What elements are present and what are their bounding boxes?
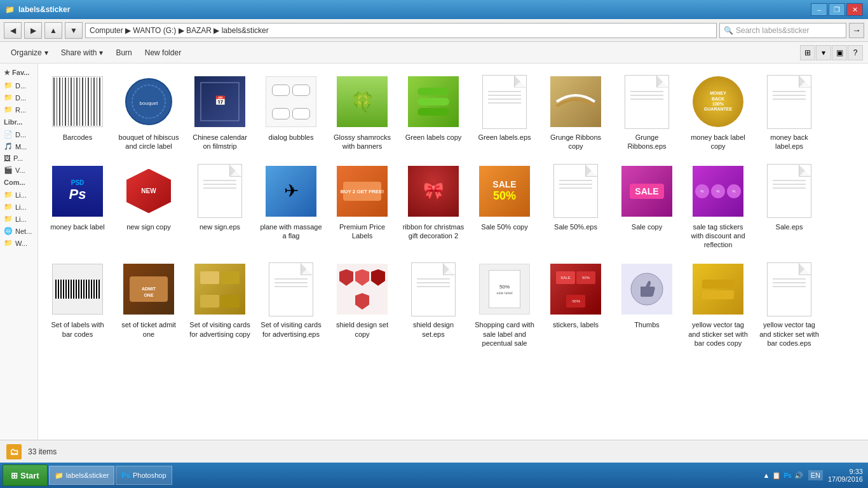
file-item-green-labels-copy[interactable]: Green labels copy bbox=[399, 69, 468, 156]
file-label-visiting-copy: Set of visiting cards for advertising co… bbox=[189, 320, 251, 339]
recent-button[interactable]: ▼ bbox=[65, 22, 83, 39]
taskbar-item-explorer-label: labels&sticker bbox=[66, 471, 109, 479]
view-options: ⊞ ▾ ▣ ? bbox=[800, 45, 863, 60]
view-large-icon[interactable]: ⊞ bbox=[800, 45, 815, 60]
file-label-shopping: Shopping card with sale label and pecent… bbox=[473, 320, 536, 348]
file-item-labels-barcodes[interactable]: Set of labels with bar codes bbox=[43, 256, 112, 352]
file-label-stickers: stickers, labels bbox=[553, 320, 599, 329]
clipboard-icon: 📋 bbox=[772, 471, 781, 480]
file-item-chinese[interactable]: 📅 Chinese calendar on filmstrip bbox=[186, 69, 254, 156]
arrow-up-icon[interactable]: ▲ bbox=[763, 471, 770, 479]
lang-badge[interactable]: EN bbox=[808, 470, 823, 480]
file-item-premium[interactable]: BUY 2 GET FREE! Premium Price Labels bbox=[328, 158, 397, 254]
sidebar-item-li1[interactable]: 📁Li... bbox=[0, 189, 37, 201]
sidebar-item-li3[interactable]: 📁Li... bbox=[0, 213, 37, 225]
file-item-newsign-eps[interactable]: new sign.eps bbox=[186, 158, 254, 254]
forward-button[interactable]: ▶ bbox=[24, 22, 42, 39]
start-icon: ⊞ bbox=[11, 471, 18, 480]
file-item-saletag[interactable]: % % % sale tag stickers with discount an… bbox=[684, 158, 752, 254]
file-label-shield-eps: shield design set.eps bbox=[402, 320, 465, 339]
file-item-visiting-copy[interactable]: Set of visiting cards for advertising co… bbox=[186, 256, 254, 352]
file-item-plane[interactable]: ✈ plane with massage a flag bbox=[257, 158, 325, 254]
file-thumb-grunge-ribbons-eps bbox=[618, 73, 675, 130]
svg-text:ADMIT: ADMIT bbox=[142, 287, 156, 291]
organize-dropdown-icon: ▾ bbox=[44, 48, 48, 57]
sidebar-item-docs[interactable]: 📄D... bbox=[0, 128, 37, 140]
help-button[interactable]: ? bbox=[848, 45, 863, 60]
sidebar-item-music[interactable]: 🎵M... bbox=[0, 140, 37, 152]
address-path-text: Computer ▶ WANTO (G:) ▶ BAZAR ▶ labels&s… bbox=[90, 26, 269, 35]
sidebar-item-video[interactable]: 🎬V... bbox=[0, 164, 37, 176]
file-item-barcodes[interactable]: Barcodes bbox=[43, 69, 112, 156]
file-label-green-labels-copy: Green labels copy bbox=[405, 133, 462, 142]
back-button[interactable]: ◀ bbox=[4, 22, 22, 39]
file-item-green-labels-eps[interactable]: Green labels.eps bbox=[470, 69, 539, 156]
file-thumb-thumbs bbox=[618, 261, 675, 318]
taskbar-item-explorer[interactable]: 📁 labels&sticker bbox=[49, 466, 115, 485]
close-button[interactable]: ✕ bbox=[846, 3, 863, 16]
file-item-sale50-eps[interactable]: Sale 50%.eps bbox=[541, 158, 610, 254]
file-item-moneyback-psd[interactable]: PSD Ps money back label bbox=[43, 158, 112, 254]
file-item-shield-eps[interactable]: shield design set.eps bbox=[399, 256, 468, 352]
speaker-icon[interactable]: 🔊 bbox=[794, 471, 803, 480]
file-item-shamrocks[interactable]: 🍀 Glossy shamrocks with banners bbox=[328, 69, 397, 156]
file-item-ribbon[interactable]: 🎀 ribbon for christmas gift decoration 2 bbox=[399, 158, 468, 254]
file-item-yellow-copy[interactable]: yellow vector tag and sticker set with b… bbox=[684, 256, 752, 352]
file-thumb-shopping: 50% sale label bbox=[476, 261, 533, 318]
address-path[interactable]: Computer ▶ WANTO (G:) ▶ BAZAR ▶ labels&s… bbox=[85, 23, 717, 38]
file-item-sale-copy[interactable]: SALE Sale copy bbox=[613, 158, 681, 254]
organize-button[interactable]: Organize ▾ bbox=[5, 44, 54, 61]
file-item-stickers[interactable]: SALE 50% -50% stickers, labels bbox=[541, 256, 610, 352]
file-item-moneyback-eps[interactable]: money back label.eps bbox=[755, 69, 824, 156]
file-label-plane: plane with massage a flag bbox=[260, 222, 322, 241]
preview-pane[interactable]: ▣ bbox=[832, 45, 847, 60]
file-label-visiting-eps: Set of visiting cards for advertising.ep… bbox=[260, 320, 322, 339]
sidebar-item-d1[interactable]: 📁D... bbox=[0, 79, 37, 92]
file-label-chinese: Chinese calendar on filmstrip bbox=[189, 133, 251, 151]
minimize-button[interactable]: – bbox=[811, 3, 827, 16]
burn-button[interactable]: Burn bbox=[110, 44, 137, 61]
file-thumb-visiting-eps bbox=[262, 261, 320, 318]
file-thumb-dialog bbox=[262, 73, 320, 130]
file-item-bouquet[interactable]: bouquet bouquet of hibiscus and circle l… bbox=[114, 69, 183, 156]
restore-button[interactable]: ❐ bbox=[829, 3, 845, 16]
taskbar-item-ps-label: Photoshop bbox=[133, 471, 166, 479]
file-item-dialog[interactable]: dialog bubbles bbox=[257, 69, 325, 156]
file-item-yellow-eps[interactable]: yellow vector tag and sticker set with b… bbox=[755, 256, 824, 352]
taskbar-item-ps[interactable]: Ps Photoshop bbox=[116, 466, 172, 485]
sidebar-item-li2[interactable]: 📁Li... bbox=[0, 201, 37, 213]
file-thumb-sale-copy: SALE bbox=[618, 163, 675, 220]
file-item-grunge-ribbons-eps[interactable]: Grunge Ribbons.eps bbox=[613, 69, 681, 156]
file-item-shopping[interactable]: 50% sale label Shopping card with sale l… bbox=[470, 256, 539, 352]
main-layout: ★ Fav... 📁D... 📁D... 📁R... Libr... 📄D...… bbox=[0, 64, 868, 440]
file-item-sale-eps[interactable]: Sale.eps bbox=[755, 158, 824, 254]
file-thumb-yellow-copy bbox=[689, 261, 747, 318]
file-thumb-saletag: % % % bbox=[689, 163, 747, 220]
file-item-thumbs[interactable]: Thumbs bbox=[613, 256, 681, 352]
file-item-sale50-copy[interactable]: SALE 50% Sale 50% copy bbox=[470, 158, 539, 254]
file-thumb-newsign-eps bbox=[191, 163, 248, 220]
start-button[interactable]: ⊞ Start bbox=[3, 464, 48, 486]
share-button[interactable]: Share with ▾ bbox=[55, 44, 109, 61]
sidebar-item-network[interactable]: 🌐Net... bbox=[0, 225, 37, 237]
file-thumb-ticket: ADMIT ONE bbox=[120, 261, 177, 318]
sidebar-item-w[interactable]: 📁W... bbox=[0, 237, 37, 249]
search-go-button[interactable]: → bbox=[849, 23, 864, 38]
sidebar-item-d2[interactable]: 📁D... bbox=[0, 92, 37, 104]
up-button[interactable]: ▲ bbox=[44, 22, 62, 39]
file-item-grunge-ribbons-copy[interactable]: Grunge Ribbons copy bbox=[541, 69, 610, 156]
file-item-newsign-copy[interactable]: NEW new sign copy bbox=[114, 158, 183, 254]
file-item-visiting-eps[interactable]: Set of visiting cards for advertising.ep… bbox=[257, 256, 325, 352]
file-item-ticket[interactable]: ADMIT ONE set of ticket admit one bbox=[114, 256, 183, 352]
file-thumb-sale50-copy: SALE 50% bbox=[476, 163, 533, 220]
new-folder-button[interactable]: New folder bbox=[139, 44, 187, 61]
sidebar-item-pics[interactable]: 🖼P... bbox=[0, 152, 37, 164]
search-box[interactable]: 🔍 Search labels&sticker bbox=[719, 23, 846, 38]
file-item-shield-copy[interactable]: shield design set copy bbox=[328, 256, 397, 352]
file-label-sale-copy: Sale copy bbox=[632, 222, 662, 231]
file-thumb-moneyback-eps bbox=[761, 73, 818, 130]
file-area[interactable]: Barcodes bouquet bouquet of hibiscus and… bbox=[38, 64, 868, 440]
file-item-moneyback-copy[interactable]: MONEYBACK100%GUARANTEE money back label … bbox=[684, 69, 752, 156]
sidebar-item-r[interactable]: 📁R... bbox=[0, 104, 37, 116]
view-dropdown[interactable]: ▾ bbox=[816, 45, 831, 60]
